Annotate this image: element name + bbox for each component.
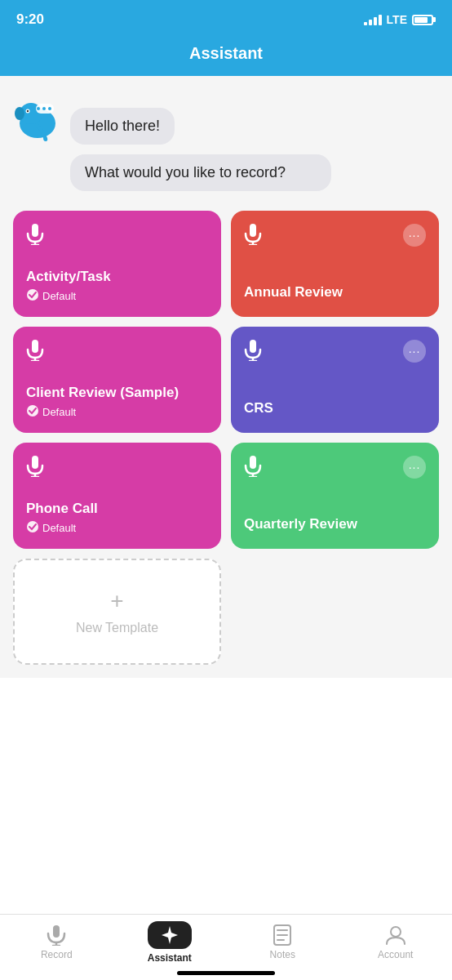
svg-point-8 [48,107,51,110]
empty-slot [231,559,439,665]
more-options-icon[interactable]: ··· [403,340,426,363]
svg-rect-23 [32,456,38,469]
mic-nav-icon [46,924,67,946]
card-title: Phone Call [26,501,208,517]
mic-icon [244,224,262,250]
more-options-icon[interactable]: ··· [403,224,426,247]
svg-rect-30 [53,925,60,938]
new-template-label: New Template [76,621,158,635]
status-icons: LTE [364,13,436,26]
mic-icon [244,340,262,366]
card-bottom: Activity/Task Default [26,269,208,304]
header-title: Assistant [189,44,263,62]
header: Assistant [0,36,452,76]
account-nav-icon [385,924,406,946]
card-badge: Default [26,404,208,420]
card-bottom: Phone Call Default [26,501,208,536]
status-bar: 9:20 LTE [0,0,452,36]
lte-label: LTE [387,13,407,26]
card-bottom: Client Review (Sample) Default [26,385,208,420]
card-grid: Activity/Task Default [13,211,439,549]
home-indicator [177,971,275,975]
assistant-nav-box [148,921,192,949]
card-bottom: Quarterly Review [244,516,426,536]
svg-rect-13 [250,224,256,237]
nav-label-notes: Notes [270,949,295,960]
card-client-review[interactable]: Client Review (Sample) Default [13,327,221,433]
battery-icon [412,15,436,25]
new-template-row: + New Template [13,559,439,665]
card-title: Quarterly Review [244,516,426,532]
chat-bubble-2: What would you like to record? [70,154,331,191]
card-top [26,224,208,250]
card-quarterly-review[interactable]: ··· Quarterly Review [231,443,439,549]
svg-point-37 [391,927,401,937]
badge-check-icon [26,520,39,536]
card-badge: Default [26,520,208,536]
nav-label-record: Record [41,949,73,960]
card-top [26,456,208,482]
nav-label-assistant: Assistant [148,952,192,964]
card-activity-task[interactable]: Activity/Task Default [13,211,221,317]
badge-check-icon [26,404,39,420]
more-options-icon[interactable]: ··· [403,456,426,479]
new-template-card[interactable]: + New Template [13,559,221,665]
card-top: ··· [244,340,426,366]
signal-icon [364,15,382,25]
svg-rect-9 [32,224,38,237]
mascot-icon [13,96,62,145]
nav-item-assistant[interactable]: Assistant [137,921,202,964]
card-top [26,340,208,366]
card-top: ··· [244,224,426,250]
card-title: CRS [244,400,426,416]
svg-point-2 [15,107,24,120]
svg-point-7 [42,107,46,110]
chat-row-1: Hello there! [13,96,439,145]
badge-check-icon [26,288,39,304]
svg-rect-16 [32,340,38,353]
plus-icon: + [110,588,123,614]
card-title: Activity/Task [26,269,208,285]
nav-item-record[interactable]: Record [24,924,89,960]
card-annual-review[interactable]: ··· Annual Review [231,211,439,317]
svg-point-6 [37,107,40,110]
mic-icon [244,456,262,482]
chat-area: Hello there! What would you like to reco… [0,76,452,204]
svg-rect-27 [250,456,256,469]
mic-icon [26,340,44,366]
card-crs[interactable]: ··· CRS [231,327,439,433]
bottom-nav: Record Assistant Notes Account [0,914,452,980]
svg-rect-20 [250,340,256,353]
card-phone-call[interactable]: Phone Call Default [13,443,221,549]
card-bottom: CRS [244,400,426,420]
card-title: Annual Review [244,284,426,301]
status-time: 9:20 [16,11,44,28]
mic-icon [26,224,44,250]
mic-icon [26,456,44,482]
svg-point-4 [27,110,29,112]
card-grid-section: Activity/Task Default [0,204,452,678]
badge-label: Default [42,290,76,302]
nav-label-account: Account [378,949,413,960]
badge-label: Default [42,406,76,418]
card-top: ··· [244,456,426,482]
nav-item-account[interactable]: Account [363,924,428,960]
notes-nav-icon [273,924,292,946]
chat-bubble-1: Hello there! [70,108,175,145]
card-title: Client Review (Sample) [26,385,208,401]
card-badge: Default [26,288,208,304]
nav-item-notes[interactable]: Notes [250,924,315,960]
card-bottom: Annual Review [244,284,426,304]
sparkle-icon [159,924,180,946]
badge-label: Default [42,522,76,534]
